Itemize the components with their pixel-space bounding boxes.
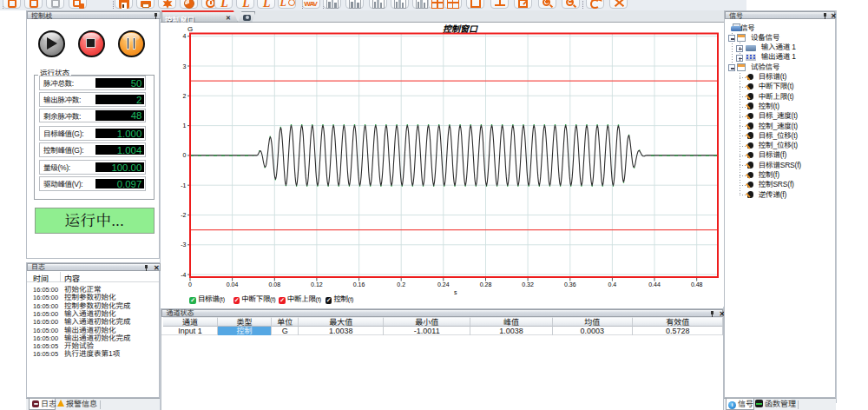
svg-text:4: 4 [183, 33, 187, 39]
svg-text:0.04: 0.04 [227, 281, 239, 288]
svg-text:-4: -4 [181, 271, 186, 277]
svg-text:0.28: 0.28 [480, 281, 492, 288]
svg-text:0.2: 0.2 [397, 281, 405, 288]
svg-text:0.24: 0.24 [437, 281, 450, 288]
svg-text:0.36: 0.36 [564, 281, 576, 288]
svg-text:0: 0 [188, 281, 192, 288]
svg-text:3: 3 [183, 63, 187, 69]
svg-text:-2: -2 [181, 212, 186, 218]
svg-text:控制窗口: 控制窗口 [443, 24, 478, 34]
svg-text:0.16: 0.16 [353, 281, 365, 288]
svg-text:2: 2 [183, 92, 187, 98]
svg-text:0.32: 0.32 [522, 281, 534, 288]
svg-text:0.4: 0.4 [608, 281, 617, 288]
svg-text:0.08: 0.08 [268, 281, 280, 288]
svg-text:-1: -1 [181, 182, 186, 188]
svg-text:0.12: 0.12 [311, 281, 323, 288]
svg-text:0: 0 [183, 152, 187, 158]
svg-text:0.48: 0.48 [691, 281, 703, 288]
svg-text:0.44: 0.44 [648, 281, 661, 288]
svg-text:-3: -3 [181, 241, 186, 248]
svg-text:1: 1 [183, 122, 187, 129]
svg-text:s: s [454, 289, 457, 295]
svg-text:G: G [187, 24, 193, 32]
